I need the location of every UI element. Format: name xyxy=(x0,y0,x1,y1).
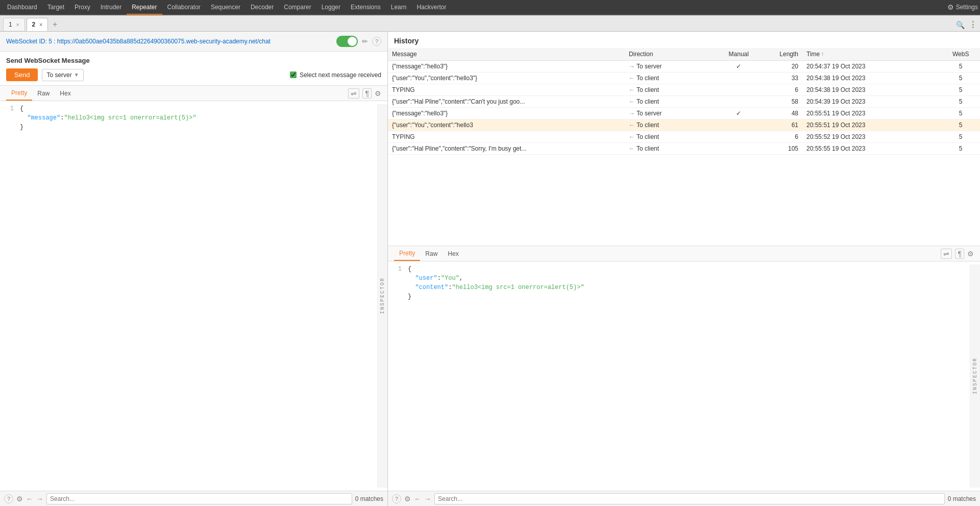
table-row[interactable]: {"user":"Hal Pline","content":"Sorry, I'… xyxy=(388,143,980,155)
response-indent-icon[interactable]: ¶ xyxy=(955,249,964,259)
select-next-checkbox[interactable] xyxy=(290,71,297,78)
right-help-icon[interactable]: ? xyxy=(392,494,401,503)
nav-intruder[interactable]: Intruder xyxy=(95,0,127,15)
right-back-icon[interactable]: ← xyxy=(414,495,421,503)
cell-webs: 5 xyxy=(941,84,980,96)
nav-hackvertor[interactable]: Hackvertor xyxy=(411,0,451,15)
help-icon[interactable]: ? xyxy=(372,37,381,46)
nav-decoder[interactable]: Decoder xyxy=(246,0,279,15)
tab-1[interactable]: 1 × xyxy=(3,18,25,31)
left-matches-count: 0 matches xyxy=(355,495,383,502)
table-row[interactable]: {"user":"Hal Pline","content":"Can't you… xyxy=(388,96,980,108)
nav-target[interactable]: Target xyxy=(42,0,69,15)
more-options-icon[interactable]: ⋮ xyxy=(969,20,977,30)
resp-line-1: 1 { xyxy=(388,264,970,274)
table-row[interactable]: {"message":"hello3"} →To server ✓ 48 20:… xyxy=(388,108,980,119)
table-row[interactable]: TYPING ←To client 6 20:55:52 19 Oct 2023… xyxy=(388,131,980,143)
nav-sequencer[interactable]: Sequencer xyxy=(206,0,246,15)
send-button[interactable]: Send xyxy=(6,68,38,81)
indent-icon[interactable]: ¶ xyxy=(362,88,372,99)
tab-2-close[interactable]: × xyxy=(39,22,42,28)
left-help-icon[interactable]: ? xyxy=(4,494,13,503)
col-manual[interactable]: Manual xyxy=(718,48,760,61)
nav-dashboard[interactable]: Dashboard xyxy=(2,0,42,15)
cell-time: 20:54:38 19 Oct 2023 xyxy=(802,84,941,96)
connection-toggle[interactable] xyxy=(336,36,358,47)
nav-extensions[interactable]: Extensions xyxy=(346,0,386,15)
cell-message: TYPING xyxy=(388,131,625,143)
editor-tab-pretty[interactable]: Pretty xyxy=(6,86,32,101)
send-section-title: Send WebSocket Message xyxy=(6,57,381,64)
col-message[interactable]: Message xyxy=(388,48,625,61)
response-wrap-icon[interactable]: ⇌ xyxy=(941,249,952,259)
left-inspector-panel[interactable]: INSPECTOR xyxy=(377,104,387,488)
right-matches-count: 0 matches xyxy=(948,495,976,502)
cell-message: {"user":"You","content":"hello3 xyxy=(388,119,625,131)
cell-length: 105 xyxy=(760,143,802,155)
left-settings-icon[interactable]: ⚙ xyxy=(16,495,23,503)
settings-button[interactable]: ⚙ Settings xyxy=(947,3,978,11)
nav-proxy[interactable]: Proxy xyxy=(69,0,95,15)
left-forward-icon[interactable]: → xyxy=(36,495,43,503)
cell-direction: ←To client xyxy=(625,131,718,143)
response-tab-raw[interactable]: Raw xyxy=(420,247,443,260)
tab-add-button[interactable]: + xyxy=(50,18,60,31)
tab-1-close[interactable]: × xyxy=(16,22,19,28)
cell-length: 6 xyxy=(760,131,802,143)
cell-length: 33 xyxy=(760,73,802,84)
search-icon[interactable]: 🔍 xyxy=(956,21,965,29)
wrap-icon[interactable]: ⇌ xyxy=(348,88,359,99)
nav-repeater[interactable]: Repeater xyxy=(127,0,162,15)
table-row[interactable]: {"user":"You","content":"hello3 ←To clie… xyxy=(388,119,980,131)
cell-webs: 5 xyxy=(941,131,980,143)
col-direction[interactable]: Direction xyxy=(625,48,718,61)
col-time[interactable]: Time↑ xyxy=(802,48,941,61)
col-webs[interactable]: WebS xyxy=(941,48,980,61)
code-line-3: } xyxy=(0,123,377,132)
cell-message: TYPING xyxy=(388,84,625,96)
tab-2[interactable]: 2 × xyxy=(27,18,48,31)
cell-message: {"message":"hello3"} xyxy=(388,61,625,73)
cell-time: 20:54:37 19 Oct 2023 xyxy=(802,61,941,73)
cell-manual xyxy=(718,131,760,143)
cell-manual xyxy=(718,73,760,84)
cell-direction: ←To client xyxy=(625,96,718,108)
nav-learn[interactable]: Learn xyxy=(386,0,412,15)
table-row[interactable]: {"user":"You","content":"hello3"} ←To cl… xyxy=(388,73,980,84)
right-inspector-panel[interactable]: INSPECTOR xyxy=(970,264,980,488)
right-search-input[interactable] xyxy=(434,493,945,504)
cell-length: 48 xyxy=(760,108,802,119)
cell-time: 20:54:38 19 Oct 2023 xyxy=(802,73,941,84)
cell-time: 20:55:52 19 Oct 2023 xyxy=(802,131,941,143)
left-back-icon[interactable]: ← xyxy=(26,495,33,503)
right-settings-icon[interactable]: ⚙ xyxy=(404,495,411,503)
nav-collaborator[interactable]: Collaborator xyxy=(162,0,206,15)
editor-tab-raw[interactable]: Raw xyxy=(32,87,55,100)
editor-tab-hex[interactable]: Hex xyxy=(55,87,76,100)
websocket-url: WebSocket ID: 5 : https://0ab500ae0435b8… xyxy=(6,38,332,45)
response-tab-hex[interactable]: Hex xyxy=(443,247,463,260)
nav-comparer[interactable]: Comparer xyxy=(279,0,316,15)
settings-gear-icon: ⚙ xyxy=(947,3,954,11)
cell-direction: ←To client xyxy=(625,73,718,84)
select-next-label: Select next message received xyxy=(300,71,381,79)
table-row[interactable]: TYPING ←To client 6 20:54:38 19 Oct 2023… xyxy=(388,84,980,96)
cell-direction: ←To client xyxy=(625,143,718,155)
cell-time: 20:55:55 19 Oct 2023 xyxy=(802,143,941,155)
cell-direction: →To server xyxy=(625,61,718,73)
col-length[interactable]: Length xyxy=(760,48,802,61)
direction-select[interactable]: To server ▼ xyxy=(42,69,83,81)
left-search-input[interactable] xyxy=(46,493,352,504)
time-sort-icon: ↑ xyxy=(821,51,824,58)
response-tab-pretty[interactable]: Pretty xyxy=(394,247,420,261)
cell-manual xyxy=(718,96,760,108)
response-settings-icon[interactable]: ⚙ xyxy=(967,250,974,258)
edit-icon[interactable]: ✏ xyxy=(362,37,368,45)
cell-message: {"user":"Hal Pline","content":"Can't you… xyxy=(388,96,625,108)
cell-webs: 5 xyxy=(941,61,980,73)
cell-message: {"user":"Hal Pline","content":"Sorry, I'… xyxy=(388,143,625,155)
table-row[interactable]: {"message":"hello3"} →To server ✓ 20 20:… xyxy=(388,61,980,73)
right-forward-icon[interactable]: → xyxy=(424,495,431,503)
nav-logger[interactable]: Logger xyxy=(316,0,346,15)
editor-settings-icon[interactable]: ⚙ xyxy=(375,89,381,98)
